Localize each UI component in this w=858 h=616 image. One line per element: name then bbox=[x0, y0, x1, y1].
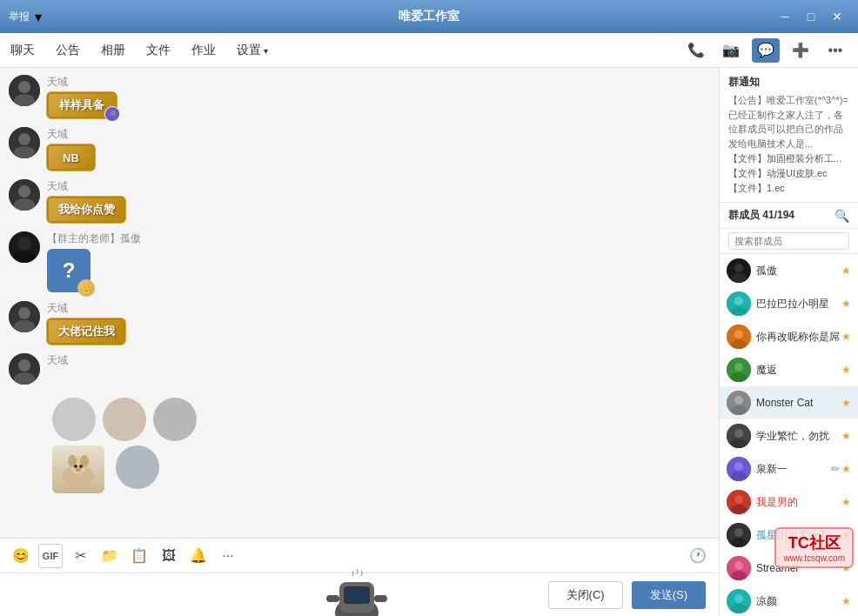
menu-homework[interactable]: 作业 bbox=[190, 39, 218, 62]
svg-point-64 bbox=[734, 594, 743, 603]
svg-point-34 bbox=[734, 264, 743, 272]
messages-list[interactable]: 天域 样样具备 天域 bbox=[0, 68, 719, 538]
member-item[interactable]: 孤傲 ★ bbox=[720, 254, 858, 287]
member-search-input[interactable] bbox=[728, 232, 849, 250]
svg-point-26 bbox=[76, 468, 81, 472]
svg-point-43 bbox=[734, 363, 743, 372]
member-item[interactable]: 你再改昵称你是屌 ★ bbox=[720, 320, 858, 353]
message-body: 天域 样样具备 bbox=[47, 75, 117, 118]
member-search-icon[interactable]: 🔍 bbox=[835, 209, 849, 223]
window-title: 唯爱工作室 bbox=[399, 9, 459, 24]
emoji-icon-btn[interactable]: 😊 bbox=[9, 544, 33, 568]
member-avatar bbox=[727, 325, 751, 349]
maximize-button[interactable]: □ bbox=[799, 6, 823, 27]
mascot-sticker bbox=[322, 569, 392, 617]
svg-point-15 bbox=[18, 307, 30, 319]
message-group: 天域 bbox=[9, 353, 710, 385]
notice-text: 【公告】唯爱工作室(*^3^*)=已经正制作之家人注了，各位群成员可以把自己的作… bbox=[728, 93, 849, 151]
chat-input-area: 关闭(C) 发送(S) bbox=[0, 572, 719, 616]
member-item-monster-cat[interactable]: Monster Cat ★ bbox=[720, 386, 858, 419]
menu-items: 聊天 公告 相册 文件 作业 设置 bbox=[9, 39, 270, 62]
member-avatar bbox=[727, 358, 751, 382]
member-badges: ★ bbox=[841, 496, 851, 508]
file-link-2[interactable]: 【文件】动漫UI皮肤.ec bbox=[728, 167, 849, 180]
title-bar: 举报 ▾ 唯爱工作室 ─ □ ✕ bbox=[0, 0, 858, 33]
bell-icon-btn[interactable]: 🔔 bbox=[186, 544, 211, 568]
media-row-2 bbox=[52, 445, 667, 493]
folder-icon-btn[interactable]: 📁 bbox=[97, 544, 122, 568]
group-members-header: 群成员 41/194 🔍 bbox=[720, 203, 858, 229]
clock-icon-btn[interactable]: 🕐 bbox=[686, 544, 710, 568]
gif-icon-btn[interactable]: GIF bbox=[38, 544, 63, 568]
member-avatar bbox=[727, 589, 751, 613]
member-item[interactable]: 学业繁忙，勿扰 ★ bbox=[720, 419, 858, 452]
file-link-1[interactable]: 【文件】加固橙装分析工... bbox=[728, 152, 849, 165]
svg-point-1 bbox=[18, 81, 30, 93]
message-group: 天域 大佬记住我 bbox=[9, 301, 710, 345]
avatar bbox=[9, 75, 40, 106]
member-item[interactable]: 魔返 ★ bbox=[720, 353, 858, 386]
chat-area: 天域 样样具备 天域 bbox=[0, 68, 719, 616]
message-group: 天域 NB bbox=[9, 127, 710, 171]
minimize-button[interactable]: ─ bbox=[773, 6, 797, 27]
member-badges: ★ bbox=[841, 331, 851, 343]
svg-point-18 bbox=[18, 359, 30, 372]
member-avatar bbox=[727, 523, 751, 547]
question-container: ? 👑 bbox=[47, 249, 90, 292]
member-item[interactable]: 巴拉巴拉小明星 ★ bbox=[720, 287, 858, 320]
window-controls: ─ □ ✕ bbox=[773, 6, 849, 27]
media-row bbox=[52, 398, 667, 441]
question-sub-badge: 👑 bbox=[77, 279, 95, 297]
close-button[interactable]: 关闭(C) bbox=[548, 581, 623, 609]
menu-file[interactable]: 文件 bbox=[144, 39, 172, 62]
menu-notice[interactable]: 公告 bbox=[54, 39, 82, 62]
sender-name: 【群主的老师】孤傲 bbox=[47, 231, 141, 246]
member-badges: ★ bbox=[841, 364, 851, 376]
member-avatar bbox=[727, 556, 751, 580]
member-avatar bbox=[727, 291, 751, 316]
stamp-bubble: 大佬记住我 bbox=[47, 318, 125, 345]
file-link-3[interactable]: 【文件】1.ec bbox=[728, 182, 849, 195]
member-name: 巴拉巴拉小明星 bbox=[756, 297, 841, 311]
member-count: 群成员 41/194 bbox=[728, 208, 794, 223]
clipboard-icon-btn[interactable]: 📋 bbox=[127, 544, 151, 568]
title-chevron[interactable]: ▾ bbox=[35, 9, 42, 25]
more-icon-btn[interactable]: ••• bbox=[821, 38, 849, 63]
svg-point-6 bbox=[18, 133, 30, 145]
star-badge: ★ bbox=[841, 595, 851, 607]
message-body: 天域 NB bbox=[47, 127, 95, 171]
member-name: 我是男的 bbox=[756, 495, 841, 510]
menu-album[interactable]: 相册 bbox=[99, 39, 127, 62]
svg-point-9 bbox=[18, 185, 30, 198]
member-name: 学业繁忙，勿扰 bbox=[756, 429, 841, 444]
member-item[interactable]: 泉新一 ✏ ★ bbox=[720, 452, 858, 485]
right-panel: 群通知 【公告】唯爱工作室(*^3^*)=已经正制作之家人注了，各位群成员可以把… bbox=[719, 68, 858, 616]
member-item[interactable]: 孤星泪温柔一刀 ★ bbox=[720, 519, 858, 552]
member-item[interactable]: 我是男的 ★ bbox=[720, 485, 858, 519]
member-item[interactable]: 凉颜 ★ bbox=[720, 585, 858, 616]
sender-name: 天域 bbox=[47, 75, 117, 90]
send-button[interactable]: 发送(S) bbox=[632, 581, 706, 609]
group-notice: 群通知 【公告】唯爱工作室(*^3^*)=已经正制作之家人注了，各位群成员可以把… bbox=[720, 68, 858, 203]
svg-point-61 bbox=[734, 561, 743, 570]
mascot-area bbox=[322, 569, 392, 617]
menu-chat[interactable]: 聊天 bbox=[9, 39, 37, 62]
media-thumb-dog bbox=[52, 445, 104, 493]
avatar bbox=[9, 179, 40, 211]
scissors-icon-btn[interactable]: ✂ bbox=[68, 544, 92, 568]
star-badge: ★ bbox=[841, 397, 851, 409]
image-icon-btn[interactable]: 🖼 bbox=[157, 544, 181, 568]
close-button[interactable]: ✕ bbox=[825, 6, 849, 27]
add-icon-btn[interactable]: ➕ bbox=[787, 38, 814, 63]
phone-icon-btn[interactable]: 📞 bbox=[682, 38, 710, 63]
more-toolbar-btn[interactable]: ··· bbox=[216, 544, 240, 568]
svg-point-52 bbox=[734, 462, 743, 471]
member-list[interactable]: 孤傲 ★ 巴拉巴拉小明星 ★ 你再改昵称你是屌 bbox=[720, 254, 858, 616]
report-button[interactable]: 举报 bbox=[9, 10, 30, 24]
menu-settings[interactable]: 设置 bbox=[235, 39, 270, 62]
message-group: 天域 我给你点赞 bbox=[9, 179, 710, 223]
member-badges: ★ bbox=[841, 397, 851, 409]
member-item-streamer[interactable]: Streamer ★ bbox=[720, 552, 858, 585]
camera-icon-btn[interactable]: 📷 bbox=[717, 38, 745, 63]
chat-icon-btn[interactable]: 💬 bbox=[752, 38, 780, 63]
